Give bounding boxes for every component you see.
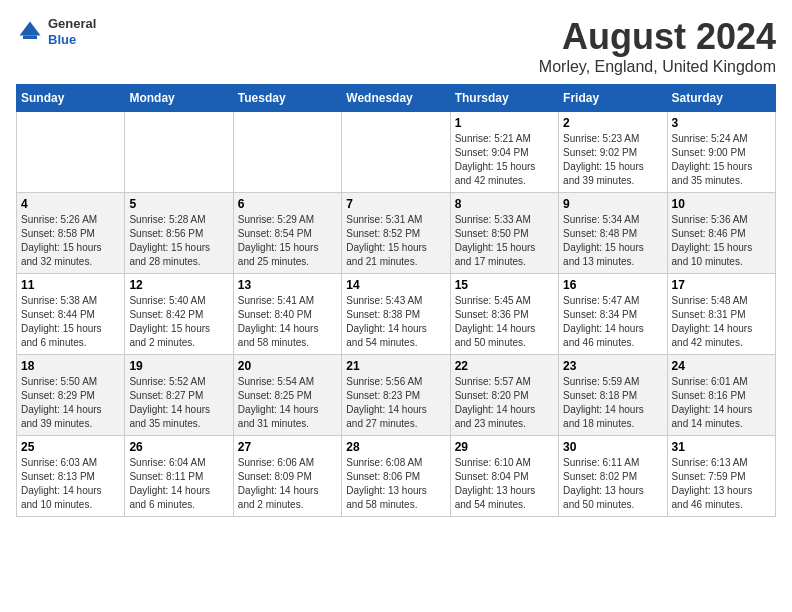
day-number: 7 — [346, 197, 445, 211]
calendar-table: SundayMondayTuesdayWednesdayThursdayFrid… — [16, 84, 776, 517]
calendar-cell: 13Sunrise: 5:41 AM Sunset: 8:40 PM Dayli… — [233, 274, 341, 355]
svg-marker-0 — [20, 21, 41, 35]
calendar-week-row: 1Sunrise: 5:21 AM Sunset: 9:04 PM Daylig… — [17, 112, 776, 193]
day-number: 18 — [21, 359, 120, 373]
day-number: 6 — [238, 197, 337, 211]
calendar-cell: 5Sunrise: 5:28 AM Sunset: 8:56 PM Daylig… — [125, 193, 233, 274]
day-info: Sunrise: 5:31 AM Sunset: 8:52 PM Dayligh… — [346, 213, 445, 269]
main-title: August 2024 — [539, 16, 776, 58]
calendar-cell: 22Sunrise: 5:57 AM Sunset: 8:20 PM Dayli… — [450, 355, 558, 436]
page-header: General Blue August 2024 Morley, England… — [16, 16, 776, 76]
day-info: Sunrise: 6:06 AM Sunset: 8:09 PM Dayligh… — [238, 456, 337, 512]
calendar-cell: 23Sunrise: 5:59 AM Sunset: 8:18 PM Dayli… — [559, 355, 667, 436]
weekday-header: Friday — [559, 85, 667, 112]
day-info: Sunrise: 6:01 AM Sunset: 8:16 PM Dayligh… — [672, 375, 771, 431]
calendar-cell: 19Sunrise: 5:52 AM Sunset: 8:27 PM Dayli… — [125, 355, 233, 436]
calendar-week-row: 4Sunrise: 5:26 AM Sunset: 8:58 PM Daylig… — [17, 193, 776, 274]
day-number: 10 — [672, 197, 771, 211]
day-info: Sunrise: 6:04 AM Sunset: 8:11 PM Dayligh… — [129, 456, 228, 512]
day-number: 19 — [129, 359, 228, 373]
day-info: Sunrise: 5:57 AM Sunset: 8:20 PM Dayligh… — [455, 375, 554, 431]
day-number: 22 — [455, 359, 554, 373]
day-number: 3 — [672, 116, 771, 130]
day-number: 11 — [21, 278, 120, 292]
day-number: 26 — [129, 440, 228, 454]
location-subtitle: Morley, England, United Kingdom — [539, 58, 776, 76]
day-number: 2 — [563, 116, 662, 130]
day-number: 8 — [455, 197, 554, 211]
weekday-header: Wednesday — [342, 85, 450, 112]
day-info: Sunrise: 5:56 AM Sunset: 8:23 PM Dayligh… — [346, 375, 445, 431]
calendar-cell: 7Sunrise: 5:31 AM Sunset: 8:52 PM Daylig… — [342, 193, 450, 274]
day-info: Sunrise: 5:26 AM Sunset: 8:58 PM Dayligh… — [21, 213, 120, 269]
calendar-cell: 17Sunrise: 5:48 AM Sunset: 8:31 PM Dayli… — [667, 274, 775, 355]
day-info: Sunrise: 6:10 AM Sunset: 8:04 PM Dayligh… — [455, 456, 554, 512]
calendar-cell: 29Sunrise: 6:10 AM Sunset: 8:04 PM Dayli… — [450, 436, 558, 517]
calendar-cell: 4Sunrise: 5:26 AM Sunset: 8:58 PM Daylig… — [17, 193, 125, 274]
calendar-header-row: SundayMondayTuesdayWednesdayThursdayFrid… — [17, 85, 776, 112]
weekday-header: Tuesday — [233, 85, 341, 112]
day-info: Sunrise: 5:40 AM Sunset: 8:42 PM Dayligh… — [129, 294, 228, 350]
day-number: 30 — [563, 440, 662, 454]
weekday-header: Thursday — [450, 85, 558, 112]
day-info: Sunrise: 5:47 AM Sunset: 8:34 PM Dayligh… — [563, 294, 662, 350]
day-number: 23 — [563, 359, 662, 373]
day-info: Sunrise: 6:03 AM Sunset: 8:13 PM Dayligh… — [21, 456, 120, 512]
calendar-cell — [125, 112, 233, 193]
day-info: Sunrise: 5:45 AM Sunset: 8:36 PM Dayligh… — [455, 294, 554, 350]
calendar-cell: 30Sunrise: 6:11 AM Sunset: 8:02 PM Dayli… — [559, 436, 667, 517]
day-number: 21 — [346, 359, 445, 373]
calendar-cell — [233, 112, 341, 193]
calendar-cell: 25Sunrise: 6:03 AM Sunset: 8:13 PM Dayli… — [17, 436, 125, 517]
day-number: 1 — [455, 116, 554, 130]
calendar-cell: 11Sunrise: 5:38 AM Sunset: 8:44 PM Dayli… — [17, 274, 125, 355]
calendar-cell: 6Sunrise: 5:29 AM Sunset: 8:54 PM Daylig… — [233, 193, 341, 274]
calendar-cell: 26Sunrise: 6:04 AM Sunset: 8:11 PM Dayli… — [125, 436, 233, 517]
day-number: 9 — [563, 197, 662, 211]
day-number: 14 — [346, 278, 445, 292]
calendar-cell: 8Sunrise: 5:33 AM Sunset: 8:50 PM Daylig… — [450, 193, 558, 274]
day-number: 12 — [129, 278, 228, 292]
day-number: 31 — [672, 440, 771, 454]
day-info: Sunrise: 5:54 AM Sunset: 8:25 PM Dayligh… — [238, 375, 337, 431]
logo-text: General Blue — [48, 16, 96, 47]
calendar-cell: 20Sunrise: 5:54 AM Sunset: 8:25 PM Dayli… — [233, 355, 341, 436]
day-number: 27 — [238, 440, 337, 454]
day-number: 15 — [455, 278, 554, 292]
calendar-cell: 15Sunrise: 5:45 AM Sunset: 8:36 PM Dayli… — [450, 274, 558, 355]
calendar-week-row: 18Sunrise: 5:50 AM Sunset: 8:29 PM Dayli… — [17, 355, 776, 436]
day-number: 17 — [672, 278, 771, 292]
svg-rect-1 — [23, 35, 37, 39]
logo: General Blue — [16, 16, 96, 47]
calendar-cell: 10Sunrise: 5:36 AM Sunset: 8:46 PM Dayli… — [667, 193, 775, 274]
calendar-cell — [342, 112, 450, 193]
day-number: 4 — [21, 197, 120, 211]
day-info: Sunrise: 5:41 AM Sunset: 8:40 PM Dayligh… — [238, 294, 337, 350]
day-info: Sunrise: 5:21 AM Sunset: 9:04 PM Dayligh… — [455, 132, 554, 188]
logo-icon — [16, 18, 44, 46]
day-info: Sunrise: 5:52 AM Sunset: 8:27 PM Dayligh… — [129, 375, 228, 431]
day-info: Sunrise: 5:50 AM Sunset: 8:29 PM Dayligh… — [21, 375, 120, 431]
calendar-week-row: 11Sunrise: 5:38 AM Sunset: 8:44 PM Dayli… — [17, 274, 776, 355]
title-block: August 2024 Morley, England, United King… — [539, 16, 776, 76]
day-number: 29 — [455, 440, 554, 454]
calendar-cell: 14Sunrise: 5:43 AM Sunset: 8:38 PM Dayli… — [342, 274, 450, 355]
logo-general-text: General — [48, 16, 96, 32]
day-number: 25 — [21, 440, 120, 454]
day-number: 20 — [238, 359, 337, 373]
logo-blue-text: Blue — [48, 32, 96, 48]
day-info: Sunrise: 5:24 AM Sunset: 9:00 PM Dayligh… — [672, 132, 771, 188]
calendar-cell: 9Sunrise: 5:34 AM Sunset: 8:48 PM Daylig… — [559, 193, 667, 274]
calendar-cell: 12Sunrise: 5:40 AM Sunset: 8:42 PM Dayli… — [125, 274, 233, 355]
day-info: Sunrise: 6:13 AM Sunset: 7:59 PM Dayligh… — [672, 456, 771, 512]
day-info: Sunrise: 5:34 AM Sunset: 8:48 PM Dayligh… — [563, 213, 662, 269]
calendar-cell: 3Sunrise: 5:24 AM Sunset: 9:00 PM Daylig… — [667, 112, 775, 193]
weekday-header: Monday — [125, 85, 233, 112]
calendar-cell: 18Sunrise: 5:50 AM Sunset: 8:29 PM Dayli… — [17, 355, 125, 436]
day-info: Sunrise: 6:08 AM Sunset: 8:06 PM Dayligh… — [346, 456, 445, 512]
day-number: 16 — [563, 278, 662, 292]
day-number: 5 — [129, 197, 228, 211]
day-info: Sunrise: 5:33 AM Sunset: 8:50 PM Dayligh… — [455, 213, 554, 269]
day-info: Sunrise: 5:36 AM Sunset: 8:46 PM Dayligh… — [672, 213, 771, 269]
calendar-cell: 1Sunrise: 5:21 AM Sunset: 9:04 PM Daylig… — [450, 112, 558, 193]
